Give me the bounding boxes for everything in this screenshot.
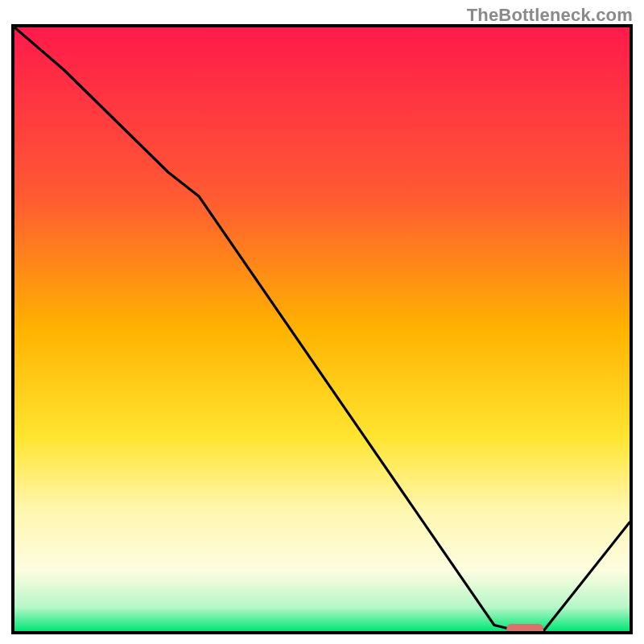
watermark-text: TheBottleneck.com xyxy=(467,5,633,26)
chart-plot-area xyxy=(11,24,633,634)
chart-svg xyxy=(14,27,630,631)
chart-background-gradient xyxy=(14,27,630,631)
optimal-marker-pill xyxy=(506,624,543,631)
